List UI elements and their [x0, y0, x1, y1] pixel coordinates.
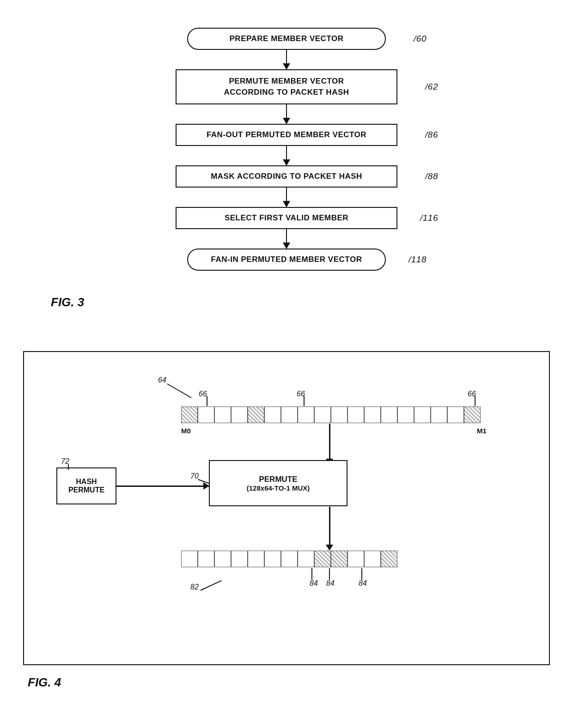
bottom-vector-row [181, 551, 397, 567]
node-permute: PERMUTE MEMBER VECTORACCORDING TO PACKET… [176, 69, 397, 104]
ref-62: /62 [425, 81, 438, 93]
cell-7 [314, 406, 331, 423]
bcell-1 [181, 551, 198, 567]
top-cells [181, 406, 481, 423]
permute-box: PERMUTE (128x64-TO-1 MUX) [209, 460, 347, 506]
ref-64: 64 [158, 376, 166, 384]
node-mask: MASK ACCORDING TO PACKET HASH /88 [176, 165, 397, 188]
cell-13 [414, 406, 431, 423]
arrow-84b [329, 568, 330, 580]
node-mask-text: MASK ACCORDING TO PACKET HASH [211, 172, 362, 181]
v-arrow-top [329, 424, 330, 461]
cell-6 [298, 406, 314, 423]
arrow-66b [304, 396, 305, 406]
cell-11 [381, 406, 397, 423]
node-fanin-text: FAN-IN PERMUTED MEMBER VECTOR [211, 255, 362, 264]
cell-8 [331, 406, 347, 423]
ref-88: /88 [425, 171, 438, 182]
permute-sub: (128x64-TO-1 MUX) [247, 484, 310, 492]
bcell-2 [198, 551, 214, 567]
fig3-label: FIG. 3 [51, 295, 84, 309]
ref-60: /60 [414, 34, 427, 44]
bcell-3 [214, 551, 231, 567]
cell-dotted-1 [181, 406, 198, 423]
arrow-4 [286, 188, 287, 207]
cell-5 [281, 406, 298, 423]
arrow-66c [475, 396, 475, 406]
arrow-84c [361, 568, 362, 580]
permute-title: PERMUTE [259, 475, 297, 484]
bcell-8 [298, 551, 314, 567]
ref-82: 82 [190, 583, 199, 591]
top-vector-row [181, 406, 481, 423]
label-m1: M1 [477, 427, 487, 435]
fig4-label: FIG. 4 [28, 675, 61, 690]
node-select: SELECT FIRST VALID MEMBER /116 [176, 207, 397, 229]
cell-1 [198, 406, 214, 423]
ref-86: /86 [425, 130, 438, 140]
cell-dotted-2 [248, 406, 264, 423]
bcell-5 [248, 551, 264, 567]
ref-116: /116 [420, 213, 438, 223]
arrow-5 [286, 229, 287, 249]
arrow-1 [286, 50, 287, 69]
fig3-container: PREPARE MEMBER VECTOR /60 PERMUTE MEMBER… [0, 14, 573, 337]
arrow-72 [68, 464, 69, 470]
node-prepare-text: PREPARE MEMBER VECTOR [230, 34, 344, 43]
arrow-84a [311, 568, 312, 580]
ref-84a: 84 [310, 579, 318, 588]
label-m0: M0 [181, 427, 191, 435]
arrow-2 [286, 104, 287, 124]
cell-dotted-3 [464, 406, 481, 423]
h-arrow-hash-to-permute [116, 485, 209, 487]
bcell-6 [264, 551, 281, 567]
cell-12 [397, 406, 414, 423]
hash-permute-box: HASHPERMUTE [56, 467, 116, 504]
bcell-dotted-2 [331, 551, 347, 567]
arrow-64 [167, 383, 192, 398]
node-fanout-text: FAN-OUT PERMUTED MEMBER VECTOR [207, 130, 366, 140]
node-fanin: FAN-IN PERMUTED MEMBER VECTOR /118 [187, 249, 386, 271]
fig4-container: 64 66 66 66 [23, 351, 550, 665]
v-arrowhead-bottom [326, 545, 333, 551]
bcell-dotted-1 [314, 551, 331, 567]
arrow-3 [286, 146, 287, 165]
bcell-7 [281, 551, 298, 567]
cell-3 [231, 406, 248, 423]
ref-84b: 84 [326, 579, 335, 588]
node-permute-text: PERMUTE MEMBER VECTORACCORDING TO PACKET… [224, 76, 349, 98]
cell-10 [364, 406, 381, 423]
cell-15 [447, 406, 464, 423]
ref-118: /118 [408, 255, 427, 265]
node-fanout: FAN-OUT PERMUTED MEMBER VECTOR /86 [176, 124, 397, 146]
arrow-82 [201, 580, 222, 591]
bcell-dotted-3 [381, 551, 397, 567]
bcell-9 [347, 551, 364, 567]
flowchart: PREPARE MEMBER VECTOR /60 PERMUTE MEMBER… [125, 14, 448, 271]
bcell-10 [364, 551, 381, 567]
cell-9 [347, 406, 364, 423]
ref-70: 70 [190, 472, 199, 480]
node-select-text: SELECT FIRST VALID MEMBER [225, 213, 348, 223]
hash-permute-text: HASHPERMUTE [68, 478, 104, 494]
ref-84c: 84 [359, 579, 367, 588]
cell-2 [214, 406, 231, 423]
cell-4 [264, 406, 281, 423]
ref-66a: 66 [199, 390, 207, 398]
bottom-cells [181, 551, 397, 567]
cell-14 [431, 406, 447, 423]
node-prepare: PREPARE MEMBER VECTOR /60 [187, 28, 386, 50]
bcell-4 [231, 551, 248, 567]
arrow-66a [207, 396, 207, 406]
v-arrow-bottom [329, 507, 330, 546]
